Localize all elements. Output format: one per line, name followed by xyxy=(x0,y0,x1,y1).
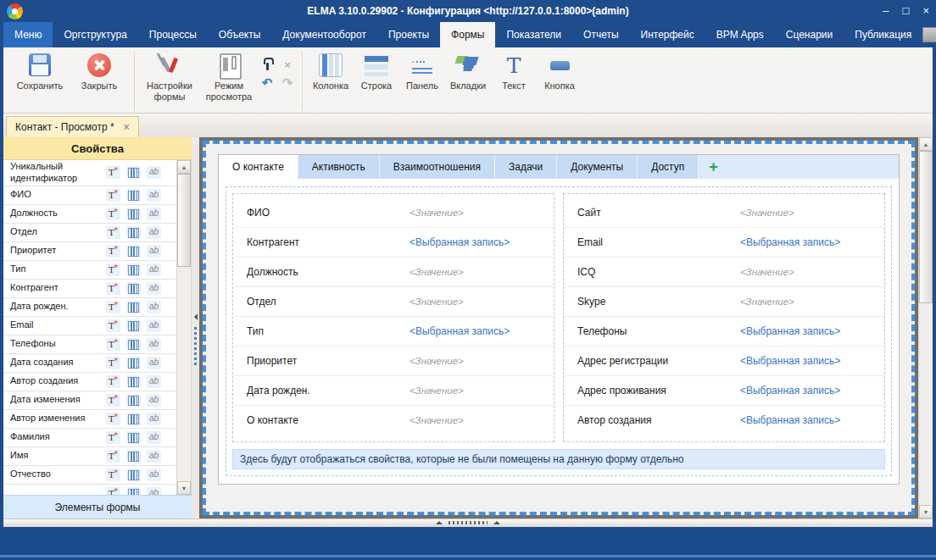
alias-icon[interactable]: ab xyxy=(147,263,161,276)
alias-icon[interactable]: ab xyxy=(147,282,161,295)
form-field-row[interactable]: ФИО <Значение> xyxy=(233,197,554,227)
menu-tab[interactable]: Документооборот xyxy=(271,22,377,47)
menu-tab[interactable]: Объекты xyxy=(208,22,272,47)
form-field-row[interactable]: Email <Выбранная запись> xyxy=(564,227,884,257)
close-button[interactable]: × xyxy=(922,3,929,19)
widget-button[interactable]: Строка xyxy=(354,50,399,93)
property-row[interactable]: Приоритет T* ab xyxy=(3,242,176,261)
required-text-icon[interactable]: T* xyxy=(106,487,120,496)
alias-icon[interactable]: ab xyxy=(147,319,161,332)
form-field-row[interactable]: Должность <Значение> xyxy=(233,257,554,286)
max-toggle[interactable]: MAX xyxy=(922,27,936,42)
form-tools-icon[interactable] xyxy=(260,58,274,71)
scroll-up-icon[interactable]: ▲ xyxy=(919,137,933,151)
table-icon[interactable] xyxy=(126,357,141,369)
menu-tab[interactable]: BPM Apps xyxy=(705,22,775,47)
property-row[interactable]: ФИО T* ab xyxy=(3,186,176,205)
form-tab[interactable]: Задачи xyxy=(495,155,557,179)
alias-icon[interactable]: ab xyxy=(147,357,161,369)
form-field-row[interactable]: Отдел <Значение> xyxy=(233,286,554,316)
required-text-icon[interactable]: T* xyxy=(106,375,120,388)
property-row[interactable]: Телефоны T* ab xyxy=(3,335,176,354)
form-field-row[interactable]: Адрес регистрации <Выбранная запись> xyxy=(564,346,884,375)
tab-close-icon[interactable]: × xyxy=(124,121,130,133)
table-icon[interactable] xyxy=(126,431,141,444)
scroll-down-icon[interactable]: ▼ xyxy=(919,505,933,518)
undo-icon[interactable]: ↶ xyxy=(260,75,274,89)
scrollbar-thumb[interactable] xyxy=(177,174,191,267)
table-icon[interactable] xyxy=(126,166,141,179)
table-icon[interactable] xyxy=(126,450,141,463)
alias-icon[interactable]: ab xyxy=(147,208,161,220)
menu-tab[interactable]: Показатели xyxy=(495,22,572,47)
alias-icon[interactable]: ab xyxy=(147,338,161,351)
alias-icon[interactable]: ab xyxy=(147,226,161,239)
toolbar-button[interactable]: Настройки формы xyxy=(140,50,199,104)
property-row[interactable]: Дата изменения T* ab xyxy=(3,391,176,410)
property-row[interactable]: Имя T* ab xyxy=(3,447,176,466)
property-row[interactable]: Уникальный идентификатор T* ab xyxy=(3,160,176,186)
required-text-icon[interactable]: T* xyxy=(106,166,120,179)
property-row[interactable]: Автор создания T* ab xyxy=(3,373,176,391)
property-row[interactable]: Отдел T* ab xyxy=(3,224,176,242)
maximize-button[interactable]: □ xyxy=(903,3,910,19)
widget-button[interactable]: Текст xyxy=(491,50,537,93)
required-text-icon[interactable]: T* xyxy=(106,338,120,351)
required-text-icon[interactable]: T* xyxy=(106,301,120,313)
add-tab-icon[interactable]: + xyxy=(699,155,728,179)
document-tab[interactable]: Контакт - Просмотр * × xyxy=(6,116,139,137)
property-row[interactable]: Фамилия T* ab xyxy=(3,429,176,447)
menu-tab[interactable]: Отчеты xyxy=(572,22,629,47)
form-field-row[interactable]: Автор создания <Выбранная запись> xyxy=(564,405,884,435)
redo-icon[interactable]: ↷ xyxy=(281,75,294,89)
table-icon[interactable] xyxy=(126,282,141,295)
scroll-up-icon[interactable]: ▲ xyxy=(177,160,191,174)
toolbar-button[interactable]: Сохранить xyxy=(10,50,70,93)
required-text-icon[interactable]: T* xyxy=(106,394,120,407)
form-field-row[interactable]: Тип <Выбранная запись> xyxy=(233,316,554,346)
menu-tab[interactable]: Оргструктура xyxy=(53,22,137,47)
required-text-icon[interactable]: T* xyxy=(106,245,120,258)
menu-tab[interactable]: Формы xyxy=(440,22,495,47)
scroll-down-icon[interactable]: ▼ xyxy=(177,481,191,495)
property-row[interactable]: Дата рожден. T* ab xyxy=(3,298,176,317)
property-row[interactable]: T* ab xyxy=(3,485,176,496)
table-icon[interactable] xyxy=(126,226,141,239)
form-tab[interactable]: Доступ xyxy=(638,155,699,179)
alias-icon[interactable]: ab xyxy=(147,469,161,481)
clear-icon[interactable]: × xyxy=(281,58,294,71)
property-row[interactable]: Email T* ab xyxy=(3,317,176,335)
required-text-icon[interactable]: T* xyxy=(106,431,120,444)
alias-icon[interactable]: ab xyxy=(147,394,161,407)
menu-tab[interactable]: Процессы xyxy=(138,22,208,47)
alias-icon[interactable]: ab xyxy=(147,413,161,425)
form-field-row[interactable]: Сайт <Значение> xyxy=(564,197,884,227)
table-icon[interactable] xyxy=(126,245,141,258)
table-icon[interactable] xyxy=(126,263,141,276)
toolbar-button[interactable]: Закрыть xyxy=(70,50,129,93)
table-icon[interactable] xyxy=(126,469,141,481)
required-text-icon[interactable]: T* xyxy=(106,282,120,295)
form-field-row[interactable]: Адрес проживания <Выбранная запись> xyxy=(564,375,884,405)
canvas-scrollbar[interactable]: ▲ ▼ xyxy=(918,137,933,518)
sidebar-splitter[interactable] xyxy=(192,137,199,518)
alias-icon[interactable]: ab xyxy=(147,431,161,444)
menu-tab[interactable]: Интерфейс xyxy=(630,22,705,47)
required-text-icon[interactable]: T* xyxy=(106,226,120,239)
required-text-icon[interactable]: T* xyxy=(106,413,120,425)
alias-icon[interactable]: ab xyxy=(147,166,161,179)
property-row[interactable]: Автор изменения T* ab xyxy=(3,410,176,429)
required-text-icon[interactable]: T* xyxy=(106,319,120,332)
widget-button[interactable]: Кнопка xyxy=(537,50,582,93)
form-tab[interactable]: Взаимоотношения xyxy=(380,155,495,179)
bottom-splitter[interactable] xyxy=(3,518,933,527)
form-field-row[interactable]: Контрагент <Выбранная запись> xyxy=(233,227,554,257)
alias-icon[interactable]: ab xyxy=(147,189,161,202)
table-icon[interactable] xyxy=(126,208,141,220)
minimize-button[interactable]: – xyxy=(883,3,889,19)
form-tab[interactable]: О контакте xyxy=(219,155,298,179)
property-row[interactable]: Контрагент T* ab xyxy=(3,280,176,298)
table-icon[interactable] xyxy=(126,375,141,388)
table-icon[interactable] xyxy=(126,189,141,202)
table-icon[interactable] xyxy=(126,338,141,351)
